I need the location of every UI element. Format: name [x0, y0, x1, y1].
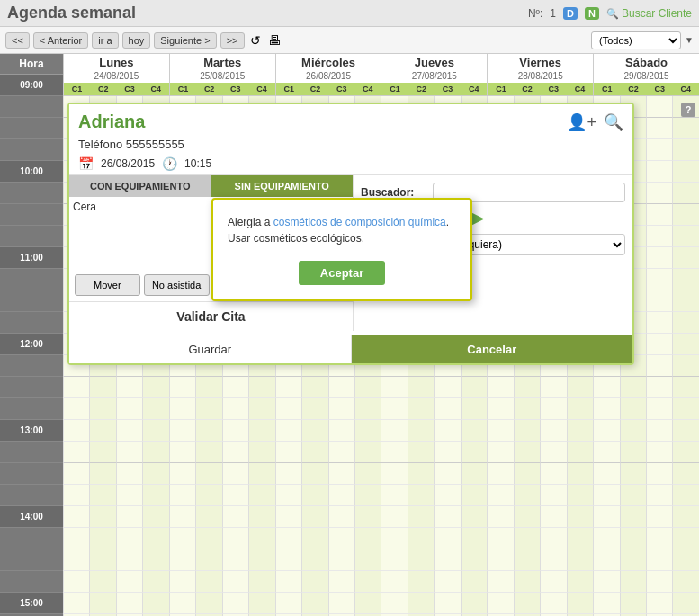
help-icon[interactable]: ? [681, 103, 695, 117]
time-slot-0915 [0, 96, 63, 118]
top-bar-right: Nº: 1 D N Buscar Cliente [528, 7, 692, 20]
no-asistida-button[interactable]: No asistida [144, 274, 210, 296]
time-slot-1130 [0, 290, 63, 312]
save-button[interactable]: Guardar [69, 335, 352, 363]
patient-phone: Teléfono 555555555 [69, 136, 632, 153]
time-slot-1500: 15:00 [0, 593, 63, 614]
next-next-button[interactable]: >> [220, 32, 245, 49]
time-slot-1345 [0, 485, 63, 506]
validate-cita-button[interactable]: Validar Cita [69, 301, 353, 331]
clock-icon: 🕐 [162, 156, 177, 171]
cancel-button[interactable]: Cancelar [352, 335, 633, 363]
appointment-date: 26/08/2015 [101, 157, 155, 170]
search-client-link[interactable]: Buscar Cliente [606, 7, 692, 20]
time-slot-1215 [0, 355, 63, 377]
phone-value: 555555555 [126, 138, 184, 151]
time-slot-1015 [0, 183, 63, 204]
alert-text: Alergia a cosméticos de composición quím… [228, 214, 456, 246]
time-column-header: Hora [0, 54, 63, 75]
bottom-buttons: Guardar Cancelar [69, 335, 632, 363]
time-slot-1145 [0, 312, 63, 334]
tab-sin-equipamiento[interactable]: SIN EQUIPAMIENTO [211, 175, 354, 197]
time-slots-list: 09:0010:0011:0012:0013:0014:0015:00 [0, 75, 63, 616]
go-to-button[interactable]: ir a [92, 32, 118, 49]
filter-select[interactable]: (Todos) [591, 31, 681, 49]
mover-button[interactable]: Mover [75, 274, 140, 296]
appointment-datetime: 📅 26/08/2015 🕐 10:15 [69, 153, 632, 174]
time-slot-1245 [0, 398, 63, 420]
time-slot-1430 [0, 549, 63, 571]
prev-button[interactable]: < Anterior [33, 32, 88, 49]
alert-highlight: cosméticos de composición química [273, 216, 446, 228]
time-slot-1330 [0, 463, 63, 485]
time-slot-1100: 11:00 [0, 247, 63, 269]
top-bar: Agenda semanal Nº: 1 D N Buscar Cliente [0, 0, 699, 27]
print-icon[interactable]: 🖶 [266, 33, 282, 48]
badge-d: D [563, 7, 578, 20]
time-slot-1300: 13:00 [0, 420, 63, 442]
refresh-icon[interactable]: ↺ [248, 33, 263, 48]
calendar-container: Hora 09:0010:0011:0012:0013:0014:0015:00… [0, 54, 699, 616]
time-slot-1045 [0, 226, 63, 247]
appointment-time: 10:15 [184, 157, 211, 170]
add-person-icon[interactable]: 👤+ [567, 112, 596, 132]
time-slot-1030 [0, 204, 63, 226]
filter-dropdown-arrow: ▼ [685, 35, 694, 45]
today-button[interactable]: hoy [122, 32, 151, 49]
time-slot-1400: 14:00 [0, 506, 63, 528]
alert-accept-button[interactable]: Aceptar [299, 261, 385, 285]
alert-dialog: Alergia a cosméticos de composición quím… [211, 198, 472, 301]
app-title: Agenda semanal [7, 4, 136, 22]
time-slot-1230 [0, 377, 63, 398]
modulos-increment-button[interactable]: ▶ [472, 210, 483, 227]
phone-label: Teléfono [78, 138, 122, 151]
appointment-header: Adriana 👤+ 🔍 [69, 104, 632, 136]
appointment-action-icons: 👤+ 🔍 [567, 112, 623, 132]
days-area: Lunes24/08/2015C1C2C3C4Martes25/08/2015C… [63, 54, 699, 616]
nav-bar: << < Anterior ir a hoy Siguiente > >> ↺ … [0, 27, 699, 54]
buscador-label: Buscador: [361, 186, 433, 199]
equipment-tabs: CON EQUIPAMIENTO SIN EQUIPAMIENTO [69, 175, 353, 197]
time-slot-0900: 09:00 [0, 75, 63, 96]
time-slot-0930 [0, 118, 63, 139]
number-label: Nº: [528, 7, 542, 20]
time-column: Hora 09:0010:0011:0012:0013:0014:0015:00 [0, 54, 63, 616]
tab-con-equipamiento[interactable]: CON EQUIPAMIENTO [69, 175, 211, 197]
number-value: 1 [550, 7, 556, 20]
time-slot-1415 [0, 528, 63, 549]
time-slot-1200: 12:00 [0, 334, 63, 355]
prev-prev-button[interactable]: << [5, 32, 30, 49]
time-slot-1315 [0, 442, 63, 463]
time-slot-1445 [0, 571, 63, 593]
calendar-icon: 📅 [78, 156, 94, 171]
modal-overlay: Adriana 👤+ 🔍 Teléfono 555555555 📅 26/08/… [63, 54, 699, 616]
patient-name: Adriana [78, 112, 145, 132]
time-slot-1000: 10:00 [0, 161, 63, 183]
time-slot-0945 [0, 139, 63, 161]
search-person-icon[interactable]: 🔍 [604, 112, 623, 132]
badge-n: N [585, 7, 599, 20]
next-button[interactable]: Siguiente > [154, 32, 216, 49]
time-slot-1115 [0, 269, 63, 290]
